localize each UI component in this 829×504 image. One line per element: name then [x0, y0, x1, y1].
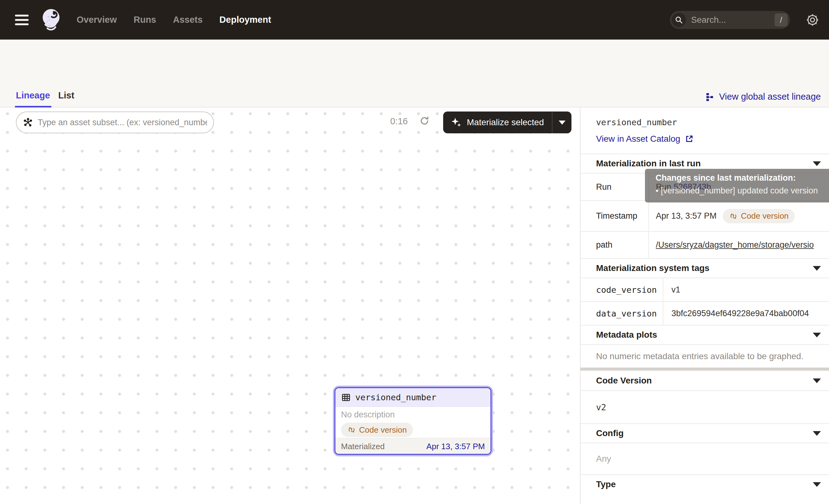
section-config[interactable]: Config: [580, 423, 829, 443]
asset-node-body: No description Code version: [335, 407, 491, 438]
asset-subset-input[interactable]: [38, 118, 207, 128]
data-version-tag-row: data_version 3bfc269594ef649228e9a74bab0…: [580, 301, 829, 325]
sparkle-icon: [450, 116, 463, 129]
panel-asset-name: versioned_number: [596, 117, 829, 127]
code-version-value: v1: [663, 278, 829, 301]
path-label: path: [580, 240, 648, 250]
section-header-label: Metadata plots: [596, 330, 657, 340]
path-link[interactable]: /Users/sryza/dagster_home/storage/versio: [656, 240, 814, 250]
panel-section-divider: [580, 367, 829, 370]
chevron-down-icon: [559, 120, 566, 124]
settings-gear-icon[interactable]: [804, 12, 821, 28]
nav-item-deployment[interactable]: Deployment: [220, 15, 271, 25]
tabs-bar: Lineage List View global asset lineage: [0, 88, 829, 107]
top-nav: Overview Runs Assets Deployment Search..…: [0, 0, 829, 40]
collapse-caret-icon[interactable]: [813, 379, 821, 383]
lineage-canvas[interactable]: 0:16 Materialize selected versioned_numb…: [0, 107, 580, 504]
config-value: Any: [580, 443, 829, 474]
code-version-changed-label: Code version: [741, 211, 789, 221]
materialize-selected-label: Materialize selected: [467, 117, 544, 128]
search-placeholder: Search...: [691, 15, 774, 25]
search-icon: [672, 13, 686, 27]
collapse-caret-icon[interactable]: [813, 482, 821, 487]
code-version-changed-label: Code version: [359, 425, 407, 435]
asset-node-versioned-number[interactable]: versioned_number No description Code ver…: [334, 387, 492, 455]
view-global-asset-lineage-label: View global asset lineage: [719, 92, 821, 102]
asset-node-header: versioned_number: [335, 388, 491, 407]
collapse-caret-icon[interactable]: [813, 431, 821, 436]
materialized-time-link[interactable]: Apr 13, 3:57 PM: [426, 442, 485, 452]
tooltip-title: Changes since last materialization:: [655, 173, 829, 183]
code-version-changed-badge[interactable]: Code version: [341, 423, 413, 437]
refresh-countdown: 0:16: [390, 116, 408, 127]
code-version-tag-row: code_version v1: [580, 278, 829, 301]
tooltip-item: • [versioned_number] updated code versio…: [655, 186, 829, 195]
lineage-graph-icon: [705, 92, 715, 102]
code-version-changed-badge[interactable]: Code version: [723, 209, 795, 223]
section-header-label: Materialization system tags: [596, 263, 710, 273]
timestamp-value: Apr 13, 3:57 PM Code version: [648, 201, 829, 231]
nav-item-assets[interactable]: Assets: [173, 15, 203, 25]
op-selector-icon: [23, 117, 33, 128]
collapse-caret-icon[interactable]: [813, 266, 821, 271]
data-version-key: data_version: [580, 309, 663, 318]
timestamp-row: Timestamp Apr 13, 3:57 PM Code version: [580, 200, 829, 231]
data-version-value: 3bfc269594ef649228e9a74bab00f04: [663, 302, 829, 325]
section-code-version[interactable]: Code Version: [580, 370, 829, 390]
dagster-logo-icon[interactable]: [40, 7, 62, 32]
materialized-status-label: Materialized: [341, 442, 385, 452]
page-header: default Asset Group in vanilla_asset_wit…: [0, 40, 829, 88]
tab-lineage[interactable]: Lineage: [16, 90, 50, 101]
search-input[interactable]: Search... /: [670, 11, 790, 29]
asset-node-description: No description: [341, 410, 485, 420]
search-shortcut-badge: /: [774, 13, 788, 27]
section-materialization-system-tags[interactable]: Materialization system tags: [580, 258, 829, 278]
primary-nav: Overview Runs Assets Deployment: [77, 15, 271, 25]
asset-details-panel: versioned_number View in Asset Catalog M…: [580, 107, 829, 504]
section-header-label: Code Version: [596, 376, 652, 386]
section-metadata-plots[interactable]: Metadata plots: [580, 325, 829, 344]
asset-node-selection-ring: versioned_number No description Code ver…: [333, 386, 493, 456]
code-version-changed-icon: [729, 212, 738, 220]
materialize-options-dropdown[interactable]: [552, 120, 572, 124]
asset-node-title: versioned_number: [355, 393, 436, 402]
view-in-asset-catalog-link[interactable]: View in Asset Catalog: [596, 134, 829, 144]
timestamp-label: Timestamp: [580, 211, 648, 221]
view-in-asset-catalog-label: View in Asset Catalog: [596, 134, 680, 144]
section-header-label: Materialization in last run: [596, 158, 701, 169]
nav-item-overview[interactable]: Overview: [77, 15, 117, 25]
asset-node-footer: Materialized Apr 13, 3:57 PM: [335, 438, 491, 455]
panel-header: versioned_number View in Asset Catalog: [580, 107, 829, 153]
nav-item-runs[interactable]: Runs: [134, 15, 156, 25]
tab-list[interactable]: List: [58, 90, 74, 101]
path-value: /Users/sryza/dagster_home/storage/versio: [648, 232, 829, 258]
code-version-changed-icon: [347, 426, 356, 434]
changes-since-materialization-tooltip: Changes since last materialization: • [v…: [645, 169, 829, 203]
section-type[interactable]: Type: [580, 474, 829, 494]
code-version-current-value: v2: [580, 390, 829, 423]
collapse-caret-icon[interactable]: [813, 333, 821, 337]
section-header-label: Type: [596, 479, 616, 489]
view-global-asset-lineage-link[interactable]: View global asset lineage: [705, 92, 821, 102]
path-row: path /Users/sryza/dagster_home/storage/v…: [580, 231, 829, 258]
code-version-key: code_version: [580, 285, 663, 295]
run-label: Run: [580, 182, 648, 192]
section-header-label: Config: [596, 428, 624, 438]
hamburger-menu-icon[interactable]: [15, 15, 29, 25]
metadata-plots-empty-state: No numeric metadata entries available to…: [580, 344, 829, 367]
refresh-countdown-icon[interactable]: [419, 115, 430, 127]
timestamp-text: Apr 13, 3:57 PM: [656, 211, 717, 221]
collapse-caret-icon[interactable]: [813, 161, 821, 166]
materialize-selected-button[interactable]: Materialize selected: [443, 111, 572, 133]
external-link-icon: [685, 134, 694, 144]
asset-table-icon: [341, 393, 351, 402]
asset-subset-filter[interactable]: [16, 111, 214, 133]
